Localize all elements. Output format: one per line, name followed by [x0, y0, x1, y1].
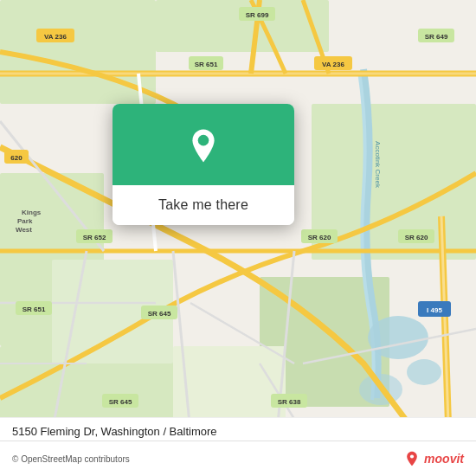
svg-text:620: 620 — [10, 154, 23, 162]
svg-text:SR 649: SR 649 — [425, 33, 448, 41]
svg-text:I 495: I 495 — [427, 306, 442, 314]
svg-text:SR 620: SR 620 — [308, 234, 331, 241]
svg-point-45 — [410, 454, 414, 458]
svg-text:VA 236: VA 236 — [322, 61, 344, 68]
moovit-text: moovit — [424, 452, 464, 466]
svg-text:SR 651: SR 651 — [23, 306, 46, 313]
svg-text:Accotink Creek: Accotink Creek — [374, 141, 382, 189]
moovit-icon — [403, 450, 421, 467]
address-text: 5150 Fleming Dr, Washington / Baltimore — [12, 425, 217, 438]
svg-text:West: West — [16, 226, 32, 234]
bottom-bar: © OpenStreetMap contributors moovit — [0, 441, 476, 476]
map-background: VA 236 SR 699 SR 651 VA 236 SR 649 620 A… — [0, 0, 476, 476]
take-me-there-button[interactable]: Take me there — [113, 185, 294, 225]
svg-text:SR 652: SR 652 — [83, 234, 106, 241]
svg-text:Kings: Kings — [22, 209, 42, 216]
map-attribution: © OpenStreetMap contributors — [12, 454, 130, 464]
svg-point-10 — [407, 359, 441, 385]
map-container: VA 236 SR 699 SR 651 VA 236 SR 649 620 A… — [0, 0, 476, 476]
svg-text:SR 620: SR 620 — [405, 234, 428, 241]
location-popup: Take me there — [113, 104, 294, 225]
location-pin-icon — [184, 128, 222, 166]
svg-point-9 — [368, 316, 428, 359]
popup-header — [113, 104, 294, 185]
svg-point-44 — [198, 135, 209, 146]
svg-text:Park: Park — [17, 217, 33, 225]
svg-text:VA 236: VA 236 — [44, 33, 67, 41]
svg-text:SR 638: SR 638 — [278, 398, 301, 406]
moovit-logo: moovit — [403, 450, 464, 467]
svg-text:SR 645: SR 645 — [109, 398, 132, 406]
svg-text:SR 645: SR 645 — [148, 310, 171, 318]
svg-text:SR 699: SR 699 — [246, 11, 269, 19]
svg-text:SR 651: SR 651 — [195, 61, 218, 68]
